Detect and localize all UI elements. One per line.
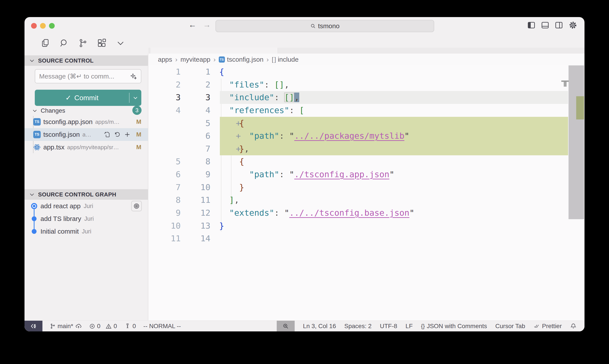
code-text: { xyxy=(219,65,224,78)
breadcrumb-item[interactable]: myviteapp xyxy=(181,56,210,63)
sidebar-divider[interactable] xyxy=(148,53,148,321)
code-line[interactable]: 69 "path": "./tsconfig.app.json" xyxy=(151,168,584,181)
formatter-indicator[interactable]: Prettier xyxy=(533,323,562,330)
code-line[interactable]: 6+ "path": "../../packages/mytslib" xyxy=(151,130,584,143)
commit-button-label: Commit xyxy=(74,94,98,102)
original-line-number: 2 xyxy=(151,78,181,91)
forward-button[interactable]: → xyxy=(203,21,211,29)
toggle-primary-sidebar-icon[interactable] xyxy=(527,22,535,29)
braces-icon: {} xyxy=(421,323,425,330)
graph-section-header[interactable]: SOURCE CONTROL GRAPH xyxy=(25,189,148,200)
original-line-number xyxy=(151,117,181,130)
code-text: "references": [ xyxy=(219,104,304,117)
chevron-down-icon xyxy=(32,108,38,114)
toggle-secondary-sidebar-icon[interactable] xyxy=(555,22,563,29)
language-mode-indicator[interactable]: {} JSON with Comments xyxy=(421,323,487,330)
modified-line-number: 4 xyxy=(181,104,210,117)
code-line[interactable]: 5+ { xyxy=(151,117,584,130)
settings-gear-icon[interactable] xyxy=(569,21,577,29)
checkout-target-button[interactable] xyxy=(131,201,142,211)
search-value: tsmono xyxy=(318,22,339,30)
branch-name: main* xyxy=(58,323,73,330)
code-text: "path": "./tsconfig.app.json" xyxy=(219,168,394,181)
code-line[interactable]: 22 "files": [], xyxy=(151,78,584,91)
ports-indicator[interactable]: 0 xyxy=(124,323,136,330)
eol-indicator[interactable]: LF xyxy=(406,323,413,330)
indentation-indicator[interactable]: Spaces: 2 xyxy=(344,323,372,330)
command-center-search[interactable]: tsmono xyxy=(216,20,434,32)
error-icon xyxy=(89,323,95,329)
modified-line-number: 12 xyxy=(181,207,210,220)
changes-section-header[interactable]: Changes 3 xyxy=(25,106,148,116)
code-line[interactable]: 811 ], xyxy=(151,194,584,207)
more-views-chevron-icon[interactable] xyxy=(116,39,125,48)
overview-ruler-added-decoration xyxy=(576,96,584,119)
source-control-section-header[interactable]: SOURCE CONTROL xyxy=(25,55,148,66)
code-line[interactable]: 11{ xyxy=(151,65,584,78)
diff-editor[interactable]: 11{22 "files": [],33 "include": [],44 "r… xyxy=(148,65,584,321)
sparkle-icon[interactable] xyxy=(130,73,137,80)
breadcrumb-separator: › xyxy=(175,56,177,63)
search-icon[interactable] xyxy=(60,39,69,48)
commit-row[interactable]: add TS libraryJuri xyxy=(25,212,148,225)
code-text: { xyxy=(219,117,244,130)
vim-mode-indicator[interactable]: -- NORMAL -- xyxy=(143,323,181,330)
breadcrumb-item[interactable]: [ ]include xyxy=(272,56,298,63)
code-text: { xyxy=(219,155,244,168)
minimize-window-button[interactable] xyxy=(40,23,46,29)
code-line[interactable]: 7+ }, xyxy=(151,143,584,155)
code-line[interactable]: 912 "extends": "../../tsconfig.base.json… xyxy=(151,207,584,220)
encoding-indicator[interactable]: UTF-8 xyxy=(380,323,397,330)
commit-button[interactable]: ✓ Commit xyxy=(35,90,141,106)
commit-author: Juri xyxy=(82,228,91,235)
code-text: "path": "../../packages/mytslib" xyxy=(219,130,409,143)
zoom-indicator[interactable] xyxy=(277,321,295,331)
code-line[interactable]: 1013} xyxy=(151,220,584,232)
change-row[interactable]: TStsconfig.app.jsonapps/m…M xyxy=(25,116,148,128)
cursor-tab-indicator[interactable]: Cursor Tab xyxy=(495,323,525,330)
back-button[interactable]: ← xyxy=(189,21,196,29)
stage-plus-icon[interactable] xyxy=(124,131,130,138)
branch-indicator[interactable]: main* xyxy=(50,323,82,330)
scrollbar-slider[interactable] xyxy=(569,65,584,219)
remote-indicator[interactable] xyxy=(25,321,42,331)
language-mode-label: JSON with Comments xyxy=(427,323,487,330)
modified-line-number: 14 xyxy=(181,232,210,245)
breadcrumb-item[interactable]: TStsconfig.json xyxy=(219,56,264,63)
problems-indicator[interactable]: 0 0 xyxy=(89,323,117,330)
modified-line-number: 13 xyxy=(181,220,210,232)
code-line[interactable]: 33 "include": [], xyxy=(151,91,584,104)
extensions-icon[interactable] xyxy=(97,39,106,48)
change-row[interactable]: app.tsxapps/myviteapp/sr…M xyxy=(25,141,148,154)
changes-list: TStsconfig.app.jsonapps/m…MTStsconfig.js… xyxy=(25,116,148,154)
cursor-position-indicator[interactable]: Ln 3, Col 16 xyxy=(303,323,336,330)
close-window-button[interactable] xyxy=(31,23,37,29)
code-line[interactable]: 58 { xyxy=(151,155,584,168)
breadcrumb-item[interactable]: apps xyxy=(158,56,172,63)
modified-line-number: 6 xyxy=(181,130,210,143)
zoom-window-button[interactable] xyxy=(49,23,55,29)
commit-message: add TS library xyxy=(40,215,81,222)
screen: ← → tsmono xyxy=(0,0,609,364)
modified-line-number: 9 xyxy=(181,168,210,181)
modified-badge: M xyxy=(136,118,141,125)
commit-row[interactable]: Initial commitJuri xyxy=(25,225,148,238)
toggle-panel-icon[interactable] xyxy=(541,22,549,29)
code-line[interactable]: 44 "references": [ xyxy=(151,104,584,117)
commit-dropdown-button[interactable] xyxy=(130,95,141,101)
explorer-icon[interactable] xyxy=(41,39,50,48)
modified-line-number: 5 xyxy=(181,117,210,130)
change-row[interactable]: TStsconfig.jsona…M xyxy=(25,128,148,141)
open-file-icon[interactable] xyxy=(104,131,110,138)
check-icon: ✓ xyxy=(65,94,71,102)
notifications-bell-icon[interactable] xyxy=(570,323,577,329)
discard-icon[interactable] xyxy=(114,131,120,138)
activity-bar xyxy=(41,32,125,53)
commit-row[interactable]: add react appJuri xyxy=(25,200,148,212)
code-line[interactable]: 1114 xyxy=(151,232,584,245)
code-line[interactable]: 710 } xyxy=(151,181,584,194)
commit-message-input[interactable]: Message (⌘↵ to comm... xyxy=(35,69,141,83)
source-control-icon[interactable] xyxy=(78,39,88,48)
code-text: "include": [], xyxy=(219,91,299,104)
code-text: "extends": "../../tsconfig.base.json" xyxy=(219,207,414,220)
